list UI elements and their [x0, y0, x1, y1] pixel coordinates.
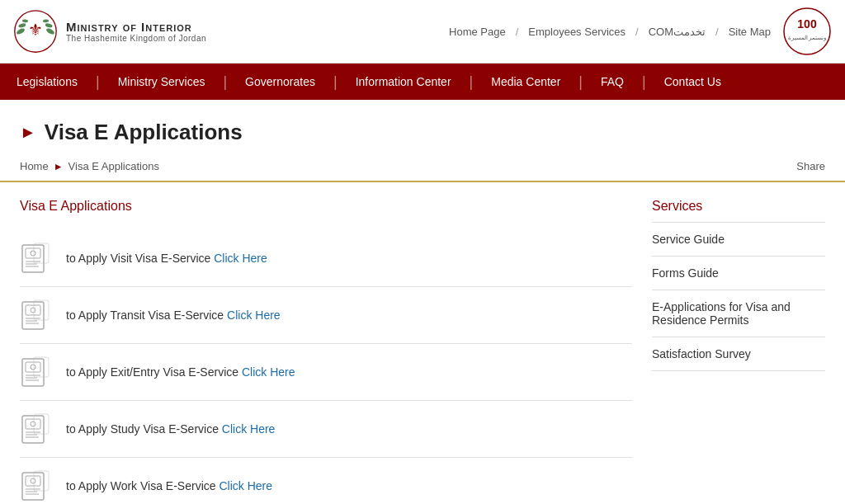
nav-sep-6: | [640, 73, 648, 91]
nav-legislations[interactable]: Legislations [0, 64, 94, 100]
breadcrumb-bar: Home ► Visa E Applications Share [0, 155, 845, 182]
top-links: Home Page / Employees Services / COMتخدم… [449, 26, 771, 38]
sidebar-item-satisfaction-survey[interactable]: Satisfaction Survey [652, 337, 825, 371]
svg-point-8 [784, 8, 830, 54]
svg-point-20 [31, 308, 35, 313]
separator-1: / [516, 26, 519, 38]
breadcrumb-arrow-icon: ► [54, 161, 64, 172]
nav-contact-us[interactable]: Contact Us [648, 64, 738, 100]
service-text-4: to Apply Study Visa E-Service Click Here [66, 422, 275, 436]
main-content: Visa E Applications to Apply Visit Visa … [0, 182, 845, 504]
centennial-logo-icon: 100 ونستمر المسيرة [782, 7, 832, 56]
study-visa-link[interactable]: Click Here [222, 422, 276, 436]
svg-point-27 [31, 365, 35, 370]
main-nav: Legislations | Ministry Services | Gover… [0, 64, 845, 100]
section-title: Visa E Applications [20, 199, 632, 214]
work-visa-link[interactable]: Click Here [219, 479, 272, 492]
visa-icon-5 [20, 469, 53, 502]
top-bar: ⚜ Ministry of Interior The Hashemite Kin… [0, 0, 845, 64]
svg-rect-17 [34, 243, 49, 263]
list-item: to Apply Transit Visa E-Service Click He… [20, 287, 632, 344]
svg-rect-45 [34, 471, 49, 491]
svg-point-34 [31, 422, 35, 426]
svg-rect-40 [26, 476, 40, 486]
nav-governorates[interactable]: Governorates [229, 64, 332, 100]
page-title-arrow-icon: ► [20, 123, 36, 142]
svg-rect-19 [26, 305, 40, 315]
list-item: to Apply Study Visa E-Service Click Here [20, 401, 632, 458]
separator-3: / [715, 26, 719, 38]
svg-rect-24 [34, 300, 49, 320]
svg-text:⚜: ⚜ [28, 21, 43, 39]
sidebar-item-forms-guide[interactable]: Forms Guide [652, 257, 825, 290]
svg-rect-12 [26, 248, 40, 258]
logo-subtitle: The Hashemite Kingdom of Jordan [66, 34, 206, 43]
list-item: to Apply Visit Visa E-Service Click Here [20, 230, 632, 287]
nav-sep-2: | [221, 73, 229, 91]
breadcrumb-current: Visa E Applications [68, 160, 159, 172]
svg-text:ونستمر المسيرة: ونستمر المسيرة [788, 35, 827, 41]
exit-entry-visa-link[interactable]: Click Here [242, 365, 295, 379]
list-item: to Apply Work Visa E-Service Click Here [20, 458, 632, 504]
sidebar: Services Service Guide Forms Guide E-App… [652, 199, 825, 504]
logo-title: Ministry of Interior [66, 20, 206, 34]
logo-area: ⚜ Ministry of Interior The Hashemite Kin… [13, 9, 206, 54]
separator-2: / [635, 26, 639, 38]
svg-rect-31 [34, 357, 49, 377]
com-link[interactable]: COMتخدمت [649, 26, 706, 38]
visa-icon-2 [20, 299, 53, 332]
nav-sep-4: | [468, 73, 475, 91]
logo-emblem-icon: ⚜ [13, 9, 58, 54]
nav-sep-5: | [577, 73, 584, 91]
breadcrumb: Home ► Visa E Applications [20, 160, 159, 172]
sidebar-item-service-guide[interactable]: Service Guide [652, 223, 825, 257]
transit-visa-link[interactable]: Click Here [227, 309, 281, 322]
service-text-3: to Apply Exit/Entry Visa E-Service Click… [66, 365, 295, 379]
visit-visa-link[interactable]: Click Here [214, 252, 267, 265]
nav-information-center[interactable]: Information Center [339, 64, 468, 100]
nav-sep-1: | [94, 73, 101, 91]
svg-text:100: 100 [797, 17, 817, 31]
service-text-5: to Apply Work Visa E-Service Click Here [66, 479, 272, 492]
site-map-link[interactable]: Site Map [729, 26, 771, 38]
service-text-2: to Apply Transit Visa E-Service Click He… [66, 309, 281, 322]
visa-icon-4 [20, 412, 53, 445]
home-page-link[interactable]: Home Page [449, 26, 506, 38]
content-area: Visa E Applications to Apply Visit Visa … [20, 199, 632, 504]
nav-media-center[interactable]: Media Center [474, 64, 577, 100]
svg-point-13 [31, 251, 35, 256]
visa-icon-1 [20, 242, 53, 275]
sidebar-title: Services [652, 199, 825, 223]
svg-point-41 [31, 478, 35, 483]
svg-rect-38 [34, 414, 49, 434]
svg-rect-33 [26, 419, 40, 429]
service-text-1: to Apply Visit Visa E-Service Click Here [66, 252, 267, 265]
sidebar-item-e-applications[interactable]: E-Applications for Visa and Residence Pe… [652, 290, 825, 337]
visa-icon-3 [20, 356, 53, 389]
list-item: to Apply Exit/Entry Visa E-Service Click… [20, 344, 632, 401]
nav-faq[interactable]: FAQ [584, 64, 640, 100]
nav-ministry-services[interactable]: Ministry Services [101, 64, 222, 100]
logo-text: Ministry of Interior The Hashemite Kingd… [66, 20, 206, 43]
svg-rect-26 [26, 362, 40, 372]
employees-services-link[interactable]: Employees Services [528, 26, 625, 38]
nav-sep-3: | [332, 73, 339, 91]
share-button[interactable]: Share [796, 160, 825, 172]
breadcrumb-home-link[interactable]: Home [20, 160, 49, 172]
page-title: Visa E Applications [45, 120, 243, 145]
page-title-area: ► Visa E Applications [0, 100, 845, 155]
